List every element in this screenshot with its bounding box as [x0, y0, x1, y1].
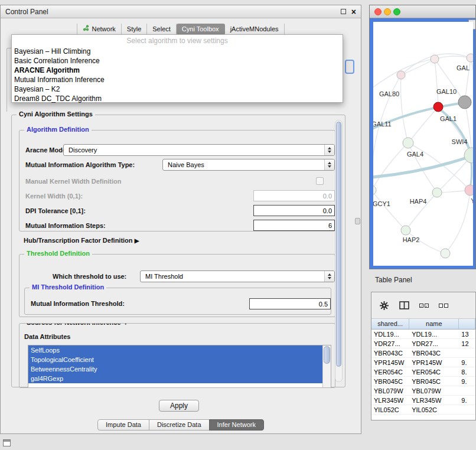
mi-steps-field[interactable] — [253, 220, 335, 231]
threshold-definition-group: Threshold Definition Which threshold to … — [19, 254, 335, 317]
network-canvas-panel[interactable]: GALGAL80GAL10GAL11GAL1SWI4GAL4GCY1HAP4YH… — [373, 22, 473, 266]
tab-jactivemnodules[interactable]: jActiveMNodules — [225, 24, 285, 35]
settings-scrollbar[interactable] — [335, 120, 343, 382]
algorithm-option-dream8-dc-tdc-algorithm[interactable]: Dream8 DC_TDC Algorithm — [12, 94, 343, 103]
table-body: YDL19...YDL19...13YDR27...YDR27...12YBR0… — [371, 330, 475, 415]
manual-kernel-checkbox[interactable] — [316, 177, 324, 185]
attribute-item-betweennesscentrality[interactable]: BetweennessCentrality — [28, 364, 322, 374]
apply-button[interactable]: Apply — [159, 400, 199, 412]
algorithm-option-basic-correlation-inference[interactable]: Basic Correlation Inference — [12, 56, 343, 66]
table-row[interactable]: YBR043CYBR043C — [371, 348, 475, 358]
network-node[interactable] — [467, 54, 473, 62]
deselect-checkboxes-icon[interactable] — [439, 304, 448, 308]
float-window-icon[interactable] — [341, 9, 346, 14]
tab-label: Cyni Toolbox — [182, 24, 219, 35]
table-header-row[interactable]: shared...name — [371, 319, 475, 330]
mi-type-label: Mutual Information Algorithm Type: — [25, 161, 135, 168]
tab-network[interactable]: Network — [77, 24, 121, 35]
network-canvas[interactable]: GALGAL80GAL10GAL11GAL1SWI4GAL4GCY1HAP4YH… — [373, 22, 473, 266]
algorithm-option-aracne-algorithm[interactable]: ARACNE Algorithm — [12, 66, 343, 75]
network-node[interactable] — [403, 138, 413, 148]
attribute-item-selfloops[interactable]: SelfLoops — [28, 345, 322, 355]
network-node[interactable] — [431, 55, 439, 63]
gear-icon[interactable] — [379, 301, 389, 311]
network-window-titlebar — [370, 5, 475, 18]
mi-threshold-field[interactable] — [249, 298, 331, 309]
network-edge — [435, 59, 438, 107]
which-threshold-combobox[interactable]: MI Threshold — [140, 270, 335, 282]
threshold-definition-title: Threshold Definition — [24, 250, 92, 257]
tab-style[interactable]: Style — [122, 24, 147, 35]
mi-type-combobox[interactable]: Naive Bayes — [162, 159, 335, 171]
network-node[interactable] — [464, 148, 473, 163]
network-node[interactable] — [458, 96, 471, 109]
hub-definition-text: Hub/Transcription Factor Definition — [24, 237, 133, 244]
bottom-tab-discretize-data[interactable]: Discretize Data — [149, 419, 210, 431]
algorithm-dropdown-popup: Select algorithm to view settingsBayesia… — [11, 34, 343, 103]
column-header-extra[interactable] — [459, 319, 475, 329]
network-node[interactable] — [401, 226, 410, 235]
network-node-label: GAL11 — [373, 120, 392, 128]
table-panel-header: Table Panel — [369, 273, 476, 287]
collapse-arrow-icon[interactable]: ▼ — [123, 323, 129, 326]
attribute-item-topologicalcoefficient[interactable]: TopologicalCoefficient — [28, 355, 322, 364]
hub-definition-label[interactable]: Hub/Transcription Factor Definition ▶ — [24, 237, 139, 244]
algorithm-option-bayesian-hill-climbing[interactable]: Bayesian – Hill Climbing — [12, 47, 343, 56]
column-header-name[interactable]: name — [409, 319, 459, 329]
network-node[interactable] — [433, 102, 443, 112]
algorithm-option-mutual-information-inference[interactable]: Mutual Information Inference — [12, 75, 343, 84]
table-row[interactable]: YLR345WYLR345W9. — [371, 396, 475, 405]
control-panel-window: Control Panel × NetworkStyleSelectCyni T… — [0, 5, 361, 434]
table-row[interactable]: YDR27...YDR27...12 — [371, 339, 475, 348]
splitter-handle[interactable] — [355, 218, 360, 224]
table-cell: YER054C — [371, 367, 409, 376]
column-selector-icon[interactable] — [399, 301, 409, 309]
node-table: shared...name YDL19...YDL19...13YDR27...… — [371, 319, 475, 420]
table-cell: YDL19... — [409, 330, 459, 338]
network-node[interactable] — [465, 185, 473, 195]
attribute-item-gal4rgexp[interactable]: gal4RGexp — [28, 374, 322, 383]
table-cell: YBR045C — [371, 377, 409, 386]
network-node[interactable] — [441, 249, 450, 258]
network-edge — [470, 162, 472, 187]
attributes-scrollbar-thumb[interactable] — [324, 346, 330, 364]
table-cell: 12 — [459, 339, 475, 348]
table-row[interactable]: YBR045CYBR045C9. — [371, 377, 475, 386]
table-row[interactable]: YIL052CYIL052C — [371, 405, 475, 415]
network-node[interactable] — [432, 188, 442, 197]
algorithm-option-bayesian-k2[interactable]: Bayesian – K2 — [12, 84, 343, 94]
sources-group-title[interactable]: Sources for Network Inference ▼ — [24, 323, 131, 326]
table-row[interactable]: YDL19...YDL19...13 — [371, 330, 475, 339]
table-panel: ✓✓ shared...name YDL19...YDL19...13YDR27… — [371, 292, 476, 420]
combobox-arrows-icon — [324, 159, 334, 170]
table-row[interactable]: YBL079WYBL079W — [371, 386, 475, 396]
table-cell: 9. — [459, 396, 475, 405]
aracne-mode-combobox[interactable]: Discovery — [63, 144, 335, 156]
bottom-tab-impute-data[interactable]: Impute Data — [97, 419, 149, 431]
tab-strip: NetworkStyleSelectCyni ToolboxjActiveMNo… — [1, 24, 361, 35]
expand-arrow-icon[interactable]: ▶ — [135, 237, 139, 244]
network-node[interactable] — [373, 185, 376, 195]
table-row[interactable]: YPR145WYPR145W9. — [371, 358, 475, 367]
close-traffic-light-icon[interactable] — [374, 8, 382, 15]
minimize-traffic-light-icon[interactable] — [384, 8, 391, 15]
network-edge — [373, 190, 406, 230]
panel-dock-icon[interactable] — [3, 439, 11, 446]
algorithm-definition-group: Algorithm Definition Aracne Mode: Discov… — [19, 130, 335, 231]
kernel-width-field[interactable] — [253, 190, 335, 201]
network-node[interactable] — [397, 71, 405, 79]
settings-scrollbar-thumb[interactable] — [336, 122, 341, 367]
bottom-tab-infer-network[interactable]: Infer Network — [209, 419, 264, 431]
attributes-scrollbar[interactable] — [322, 345, 331, 388]
tab-select[interactable]: Select — [147, 24, 177, 35]
table-cell — [459, 386, 475, 395]
table-row[interactable]: YER054CYER054C8. — [371, 367, 475, 377]
dpi-tolerance-field[interactable] — [253, 205, 335, 216]
close-icon[interactable]: × — [351, 8, 356, 16]
select-all-checkboxes-icon[interactable]: ✓✓ — [419, 304, 429, 308]
zoom-traffic-light-icon[interactable] — [393, 8, 400, 15]
tab-cyni-toolbox[interactable]: Cyni Toolbox — [177, 24, 225, 35]
data-attributes-list[interactable]: SelfLoopsTopologicalCoefficientBetweenne… — [28, 345, 331, 388]
column-header-shared-[interactable]: shared... — [371, 319, 409, 329]
tab-label: jActiveMNodules — [230, 24, 279, 35]
